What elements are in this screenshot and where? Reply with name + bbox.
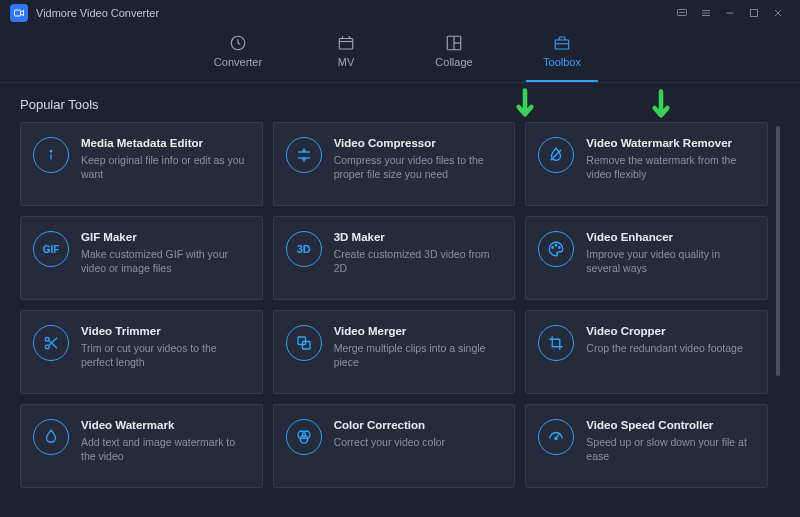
tool-title: Video Trimmer bbox=[81, 325, 250, 337]
tool-video-cropper[interactable]: Video Cropper Crop the redundant video f… bbox=[525, 310, 768, 394]
tool-gif-maker[interactable]: GIF GIF Maker Make customized GIF with y… bbox=[20, 216, 263, 300]
tool-desc: Create customized 3D video from 2D bbox=[334, 247, 503, 275]
3d-icon: 3D bbox=[286, 231, 322, 267]
content-area: Popular Tools Media Metadata Editor Keep… bbox=[0, 83, 800, 514]
tool-title: Video Enhancer bbox=[586, 231, 755, 243]
tool-title: Video Merger bbox=[334, 325, 503, 337]
svg-point-27 bbox=[552, 247, 554, 249]
palette-icon bbox=[538, 231, 574, 267]
close-button[interactable] bbox=[766, 1, 790, 25]
tool-title: Color Correction bbox=[334, 419, 503, 431]
tool-desc: Make customized GIF with your video or i… bbox=[81, 247, 250, 275]
tab-converter[interactable]: Converter bbox=[208, 34, 268, 68]
tool-title: Video Watermark bbox=[81, 419, 250, 431]
minimize-button[interactable] bbox=[718, 1, 742, 25]
svg-point-3 bbox=[682, 12, 683, 13]
tab-label: Toolbox bbox=[543, 56, 581, 68]
gif-icon: GIF bbox=[33, 231, 69, 267]
app-title: Vidmore Video Converter bbox=[36, 7, 159, 19]
tab-mv[interactable]: MV bbox=[316, 34, 376, 68]
merge-icon bbox=[286, 325, 322, 361]
tool-title: 3D Maker bbox=[334, 231, 503, 243]
tool-video-merger[interactable]: Video Merger Merge multiple clips into a… bbox=[273, 310, 516, 394]
tool-video-watermark[interactable]: Video Watermark Add text and image water… bbox=[20, 404, 263, 488]
svg-rect-20 bbox=[555, 40, 569, 49]
svg-point-4 bbox=[684, 12, 685, 13]
svg-rect-13 bbox=[339, 39, 353, 50]
mv-icon bbox=[337, 34, 355, 52]
tool-video-watermark-remover[interactable]: Video Watermark Remover Remove the water… bbox=[525, 122, 768, 206]
scrollbar[interactable] bbox=[776, 126, 780, 376]
compress-icon bbox=[286, 137, 322, 173]
tool-desc: Correct your video color bbox=[334, 435, 503, 449]
info-icon bbox=[33, 137, 69, 173]
tab-toolbox[interactable]: Toolbox bbox=[532, 34, 592, 68]
tool-desc: Add text and image watermark to the vide… bbox=[81, 435, 250, 463]
svg-point-28 bbox=[556, 245, 558, 247]
main-tabs: Converter MV Collage Toolbox bbox=[0, 26, 800, 83]
tool-title: Video Watermark Remover bbox=[586, 137, 755, 149]
tool-title: Video Cropper bbox=[586, 325, 755, 337]
tool-desc: Speed up or slow down your file at ease bbox=[586, 435, 755, 463]
tool-video-enhancer[interactable]: Video Enhancer Improve your video qualit… bbox=[525, 216, 768, 300]
svg-point-22 bbox=[50, 151, 52, 153]
tool-3d-maker[interactable]: 3D 3D Maker Create customized 3D video f… bbox=[273, 216, 516, 300]
tab-label: MV bbox=[338, 56, 355, 68]
svg-point-29 bbox=[559, 247, 561, 249]
svg-rect-9 bbox=[751, 10, 758, 17]
svg-rect-0 bbox=[15, 10, 21, 16]
section-title: Popular Tools bbox=[20, 97, 780, 112]
tool-desc: Trim or cut your videos to the perfect l… bbox=[81, 341, 250, 369]
scissors-icon bbox=[33, 325, 69, 361]
converter-icon bbox=[229, 34, 247, 52]
tab-collage[interactable]: Collage bbox=[424, 34, 484, 68]
color-icon bbox=[286, 419, 322, 455]
tool-title: GIF Maker bbox=[81, 231, 250, 243]
tool-desc: Compress your video files to the proper … bbox=[334, 153, 503, 181]
maximize-button[interactable] bbox=[742, 1, 766, 25]
tool-desc: Merge multiple clips into a single piece bbox=[334, 341, 503, 369]
feedback-button[interactable] bbox=[670, 1, 694, 25]
svg-point-38 bbox=[300, 436, 308, 444]
tab-label: Collage bbox=[435, 56, 472, 68]
tool-video-trimmer[interactable]: Video Trimmer Trim or cut your videos to… bbox=[20, 310, 263, 394]
tool-media-metadata-editor[interactable]: Media Metadata Editor Keep original file… bbox=[20, 122, 263, 206]
svg-rect-35 bbox=[302, 342, 310, 350]
tool-title: Media Metadata Editor bbox=[81, 137, 250, 149]
svg-point-2 bbox=[680, 12, 681, 13]
tool-desc: Keep original file info or edit as you w… bbox=[81, 153, 250, 181]
app-logo-icon bbox=[10, 4, 28, 22]
toolbox-icon bbox=[553, 34, 571, 52]
tool-video-speed-controller[interactable]: Video Speed Controller Speed up or slow … bbox=[525, 404, 768, 488]
tab-label: Converter bbox=[214, 56, 262, 68]
svg-rect-34 bbox=[298, 337, 306, 345]
tools-grid: Media Metadata Editor Keep original file… bbox=[20, 122, 768, 488]
tool-color-correction[interactable]: Color Correction Correct your video colo… bbox=[273, 404, 516, 488]
tool-title: Video Speed Controller bbox=[586, 419, 755, 431]
tool-title: Video Compressor bbox=[334, 137, 503, 149]
watermark-remove-icon bbox=[538, 137, 574, 173]
collage-icon bbox=[445, 34, 463, 52]
speed-icon bbox=[538, 419, 574, 455]
tool-video-compressor[interactable]: Video Compressor Compress your video fil… bbox=[273, 122, 516, 206]
watermark-icon bbox=[33, 419, 69, 455]
titlebar: Vidmore Video Converter bbox=[0, 0, 800, 26]
svg-point-37 bbox=[302, 431, 310, 439]
tool-desc: Remove the watermark from the video flex… bbox=[586, 153, 755, 181]
svg-point-30 bbox=[45, 337, 49, 341]
menu-button[interactable] bbox=[694, 1, 718, 25]
crop-icon bbox=[538, 325, 574, 361]
svg-point-40 bbox=[555, 437, 557, 439]
tool-desc: Crop the redundant video footage bbox=[586, 341, 755, 355]
svg-point-31 bbox=[45, 345, 49, 349]
tool-desc: Improve your video quality in several wa… bbox=[586, 247, 755, 275]
